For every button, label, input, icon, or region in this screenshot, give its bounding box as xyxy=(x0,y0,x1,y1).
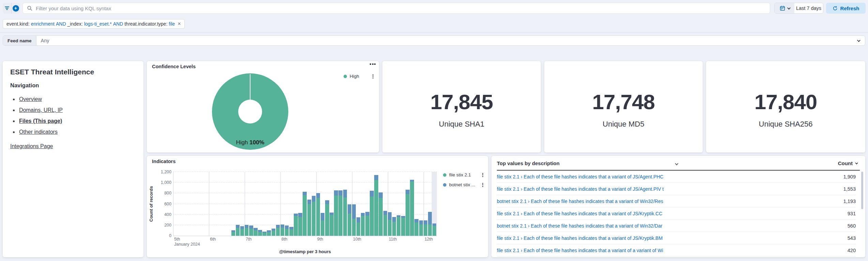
bar-segment-file-stix[interactable] xyxy=(307,204,311,236)
description-link[interactable]: file stix 2.1 › Each of these file hashe… xyxy=(497,186,664,192)
bar-segment-botnet-stix[interactable] xyxy=(392,217,396,222)
date-quick-select-button[interactable] xyxy=(775,3,794,13)
bar-segment-botnet-stix[interactable] xyxy=(348,204,352,213)
description-link[interactable]: botnet stix 2.1 › Each of these file has… xyxy=(497,223,663,229)
nav-link-domains-url-ip[interactable]: Domains, URL, IP xyxy=(19,107,63,113)
bar-segment-botnet-stix[interactable] xyxy=(325,200,329,204)
bar-segment-file-stix[interactable] xyxy=(392,222,396,236)
bar-segment-botnet-stix[interactable] xyxy=(254,228,258,230)
bar-segment-botnet-stix[interactable] xyxy=(419,220,423,224)
panel-options-icon[interactable] xyxy=(370,63,376,65)
nav-link-integrations-page[interactable]: Integrations Page xyxy=(10,143,53,149)
bar-segment-botnet-stix[interactable] xyxy=(249,226,253,229)
bar-segment-file-stix[interactable] xyxy=(379,198,383,236)
bar-segment-file-stix[interactable] xyxy=(316,198,320,236)
bar-segment-file-stix[interactable] xyxy=(343,198,347,236)
legend-item-botnet-stix[interactable]: botnet stix ... xyxy=(443,182,483,187)
bar-segment-botnet-stix[interactable] xyxy=(236,225,240,228)
bar-segment-file-stix[interactable] xyxy=(406,194,410,236)
bar-segment-file-stix[interactable] xyxy=(330,215,334,236)
bar-segment-file-stix[interactable] xyxy=(312,202,316,236)
bar-segment-file-stix[interactable] xyxy=(401,218,405,236)
bar-segment-file-stix[interactable] xyxy=(424,224,428,236)
bar-segment-botnet-stix[interactable] xyxy=(298,213,302,217)
bar-segment-botnet-stix[interactable] xyxy=(285,226,289,229)
bar-segment-botnet-stix[interactable] xyxy=(397,215,401,217)
bar-segment-file-stix[interactable] xyxy=(419,224,423,236)
description-link[interactable]: file stix 2.1 › Each of these file hashe… xyxy=(497,235,663,241)
bar-segment-file-stix[interactable] xyxy=(325,204,329,236)
bar-segment-botnet-stix[interactable] xyxy=(379,192,383,198)
bar-segment-file-stix[interactable] xyxy=(231,232,235,236)
bar-segment-file-stix[interactable] xyxy=(370,197,374,236)
bar-segment-file-stix[interactable] xyxy=(365,216,369,236)
bar-segment-botnet-stix[interactable] xyxy=(414,219,418,222)
date-range-value[interactable]: Last 7 days xyxy=(794,3,823,13)
bar-chart-plot[interactable] xyxy=(173,172,437,236)
bar-segment-botnet-stix[interactable] xyxy=(432,223,437,226)
bar-segment-file-stix[interactable] xyxy=(356,222,361,236)
bar-segment-file-stix[interactable] xyxy=(428,224,432,236)
legend-item-file-stix[interactable]: file stix 2.1 xyxy=(443,172,483,177)
bar-segment-file-stix[interactable] xyxy=(262,233,267,236)
bar-segment-file-stix[interactable] xyxy=(249,229,253,236)
bar-segment-file-stix[interactable] xyxy=(245,228,249,236)
legend-item-high[interactable]: High xyxy=(344,74,374,79)
bar-segment-botnet-stix[interactable] xyxy=(231,230,235,232)
kql-search-bar[interactable] xyxy=(22,3,770,14)
bar-segment-botnet-stix[interactable] xyxy=(365,212,369,216)
bar-segment-botnet-stix[interactable] xyxy=(303,192,307,195)
legend-actions-icon[interactable] xyxy=(482,183,483,187)
nav-link-files-current[interactable]: Files (This page) xyxy=(19,118,62,124)
description-link[interactable]: botnet stix 2.1 › Each of these file has… xyxy=(497,199,663,204)
bar-segment-file-stix[interactable] xyxy=(289,229,293,236)
bar-segment-botnet-stix[interactable] xyxy=(424,220,428,224)
filter-pill[interactable]: event.kind: enrichment AND _index: logs-… xyxy=(3,19,185,29)
bar-segment-botnet-stix[interactable] xyxy=(356,217,361,222)
bar-segment-botnet-stix[interactable] xyxy=(330,213,334,215)
bar-segment-botnet-stix[interactable] xyxy=(276,225,280,228)
bar-segment-file-stix[interactable] xyxy=(294,216,298,236)
bar-segment-botnet-stix[interactable] xyxy=(406,190,410,194)
bar-segment-file-stix[interactable] xyxy=(388,220,392,236)
legend-actions-icon[interactable] xyxy=(482,173,483,177)
bar-segment-file-stix[interactable] xyxy=(267,232,271,236)
feed-name-control[interactable]: Feed name Any xyxy=(3,35,865,46)
bar-segment-file-stix[interactable] xyxy=(410,182,414,236)
bar-segment-botnet-stix[interactable] xyxy=(272,229,276,231)
bar-segment-file-stix[interactable] xyxy=(280,228,285,236)
bar-segment-botnet-stix[interactable] xyxy=(338,190,342,196)
bar-segment-file-stix[interactable] xyxy=(240,229,244,236)
bar-segment-botnet-stix[interactable] xyxy=(316,193,320,198)
column-actions-icon[interactable] xyxy=(675,162,679,165)
description-link[interactable]: file stix 2.1 › Each of these file hashe… xyxy=(497,174,664,179)
bar-segment-botnet-stix[interactable] xyxy=(262,232,267,233)
bar-segment-botnet-stix[interactable] xyxy=(410,180,414,182)
description-column-header[interactable]: Top values by description xyxy=(497,160,560,166)
bar-segment-botnet-stix[interactable] xyxy=(280,224,285,228)
bar-segment-file-stix[interactable] xyxy=(276,228,280,236)
bar-segment-botnet-stix[interactable] xyxy=(267,230,271,232)
count-column-header[interactable]: Count xyxy=(838,160,857,166)
bar-segment-botnet-stix[interactable] xyxy=(240,226,244,229)
refresh-button[interactable]: Refresh xyxy=(826,3,866,14)
nav-link-overview[interactable]: Overview xyxy=(19,96,42,102)
bar-segment-file-stix[interactable] xyxy=(414,222,418,236)
nav-link-other-indicators[interactable]: Other indicators xyxy=(19,129,58,135)
bar-segment-botnet-stix[interactable] xyxy=(334,190,338,195)
bar-segment-botnet-stix[interactable] xyxy=(388,212,392,220)
bar-segment-botnet-stix[interactable] xyxy=(401,216,405,218)
bar-segment-botnet-stix[interactable] xyxy=(289,227,293,229)
bar-segment-file-stix[interactable] xyxy=(334,195,338,236)
bar-segment-botnet-stix[interactable] xyxy=(383,211,387,215)
bar-segment-botnet-stix[interactable] xyxy=(307,200,311,204)
bar-segment-file-stix[interactable] xyxy=(321,220,325,236)
table-scrollbar[interactable] xyxy=(861,172,863,209)
bar-segment-botnet-stix[interactable] xyxy=(374,175,378,180)
bar-segment-botnet-stix[interactable] xyxy=(258,230,262,232)
bar-segment-botnet-stix[interactable] xyxy=(370,191,374,197)
bar-segment-file-stix[interactable] xyxy=(236,228,240,236)
bar-segment-file-stix[interactable] xyxy=(338,195,342,236)
bar-segment-file-stix[interactable] xyxy=(258,232,262,236)
bar-segment-file-stix[interactable] xyxy=(361,216,365,236)
